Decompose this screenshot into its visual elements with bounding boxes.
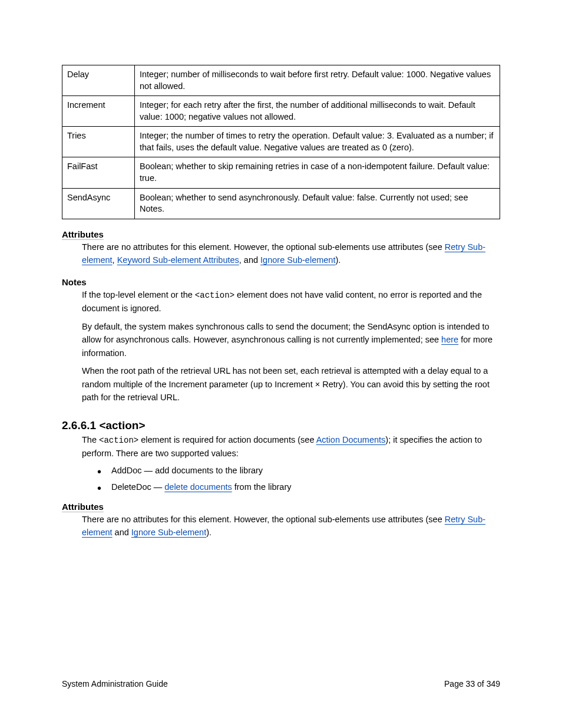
notes-body-2: By default, the system makes synchronous… [82,320,500,360]
list-item: DeleteDoc — delete documents from the li… [97,480,500,493]
attributes-body-2: There are no attributes for this element… [82,513,500,539]
param-name: Increment [62,96,135,127]
bullet-link[interactable]: delete documents [164,482,232,492]
table-row: DelayInteger; number of milliseconds to … [62,65,500,96]
footer-right: Page 33 of 349 [444,680,500,688]
ignore-sub-element-link-1[interactable]: Ignore Sub-element [260,255,335,265]
section-description: The <action> element is required for act… [82,433,500,460]
param-name: FailFast [62,157,135,188]
param-desc: Integer; the number of times to retry th… [135,127,500,157]
param-name: Delay [62,65,135,96]
keyword-sub-element-link[interactable]: Keyword Sub-element Attributes [117,255,239,265]
notes-body-3: When the root path of the retrieval URL … [82,364,500,404]
attributes-body-1: There are no attributes for this element… [82,241,500,267]
action-documents-link[interactable]: Action Documents [316,435,386,444]
ignore-sub-element-link-2[interactable]: Ignore Sub-element [131,528,206,537]
param-desc: Boolean; whether to send asynchronously.… [135,188,500,219]
footer-left: System Administration Guide [62,680,168,688]
param-desc: Integer; number of milliseconds to wait … [135,65,500,96]
notes-heading: Notes [62,278,500,286]
param-desc: Boolean; whether to skip remaining retri… [135,157,500,188]
table-row: TriesInteger; the number of times to ret… [62,127,500,157]
table-row: SendAsyncBoolean; whether to send asynch… [62,188,500,219]
param-name: SendAsync [62,188,135,219]
notes-body-1: If the top-level element or the <action>… [82,288,500,315]
param-desc: Integer; for each retry after the first,… [135,96,500,127]
param-name: Tries [62,127,135,157]
attributes-heading-2: Attributes [62,502,500,511]
attributes-heading-1: Attributes [62,230,500,239]
here-link[interactable]: here [441,335,458,344]
section-heading-action: 2.6.6.1 <action> [62,420,500,431]
action-bullets: AddDoc — add documents to the libraryDel… [97,464,500,494]
table-row: IncrementInteger; for each retry after t… [62,96,500,127]
table-row: FailFastBoolean; whether to skip remaini… [62,157,500,188]
list-item: AddDoc — add documents to the library [97,464,500,477]
parameter-table: DelayInteger; number of milliseconds to … [62,65,500,219]
page-footer: System Administration Guide Page 33 of 3… [62,680,500,688]
